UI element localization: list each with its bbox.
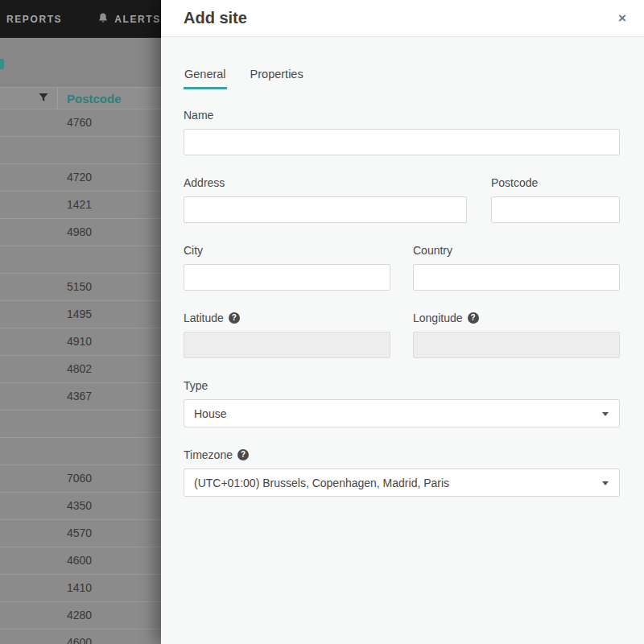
clipped-toolbar-icon — [0, 59, 4, 69]
close-icon[interactable]: × — [612, 8, 633, 28]
postcode-input[interactable] — [491, 196, 620, 223]
longitude-input — [413, 332, 620, 358]
postcode-field: Postcode — [491, 176, 620, 223]
latitude-input — [184, 332, 390, 358]
table-header-prev-column — [0, 88, 58, 109]
latitude-longitude-row: Latitude ? Longitude ? — [184, 312, 620, 379]
address-postcode-row: Address Postcode — [184, 176, 620, 244]
dropdown-arrow-icon — [602, 481, 609, 485]
timezone-label: Timezone — [184, 448, 233, 461]
nav-item-reports[interactable]: REPORTS — [6, 14, 62, 25]
address-label: Address — [184, 176, 225, 189]
address-field: Address — [184, 176, 467, 223]
name-input[interactable] — [184, 129, 620, 155]
nav-item-alerts[interactable]: ALERTS — [97, 12, 161, 27]
longitude-label: Longitude — [413, 312, 463, 324]
timezone-select[interactable]: (UTC+01:00) Brussels, Copenhagen, Madrid… — [184, 469, 620, 497]
dropdown-arrow-icon — [602, 412, 609, 416]
help-icon[interactable]: ? — [229, 312, 240, 324]
tab-bar: General Properties — [161, 37, 644, 92]
latitude-field: Latitude ? — [184, 312, 390, 358]
city-field: City — [184, 244, 390, 291]
filter-icon[interactable] — [39, 91, 48, 105]
timezone-field: Timezone ? (UTC+01:00) Brussels, Copenha… — [184, 448, 620, 497]
modal-header: Add site × — [161, 0, 644, 37]
name-field: Name — [184, 109, 620, 155]
latitude-label: Latitude — [184, 312, 224, 324]
city-country-row: City Country — [184, 244, 620, 312]
screen: REPORTS ALERTS Postcode — [0, 0, 644, 644]
longitude-field: Longitude ? — [413, 312, 620, 358]
type-field: Type House — [184, 379, 620, 427]
country-label: Country — [413, 244, 452, 257]
help-icon[interactable]: ? — [237, 449, 249, 460]
nav-alerts-label: ALERTS — [114, 14, 161, 25]
city-label: City — [184, 244, 203, 257]
bell-icon — [97, 12, 109, 27]
general-tab-content: Name Address Postcode City — [161, 92, 644, 497]
city-input[interactable] — [184, 264, 390, 291]
country-input[interactable] — [413, 264, 620, 291]
timezone-select-value: (UTC+01:00) Brussels, Copenhagen, Madrid… — [194, 477, 449, 489]
help-icon[interactable]: ? — [468, 312, 479, 324]
nav-reports-label: REPORTS — [6, 14, 62, 25]
tab-general[interactable]: General — [184, 68, 227, 89]
country-field: Country — [413, 244, 620, 291]
name-label: Name — [184, 109, 213, 122]
type-select-value: House — [194, 407, 226, 420]
type-label: Type — [184, 379, 208, 392]
postcode-label: Postcode — [491, 176, 538, 189]
type-select[interactable]: House — [184, 399, 620, 427]
add-site-panel: Add site × General Properties Name Addre… — [161, 0, 644, 644]
modal-title: Add site — [184, 9, 247, 27]
tab-properties[interactable]: Properties — [250, 68, 304, 89]
address-input[interactable] — [184, 196, 467, 223]
